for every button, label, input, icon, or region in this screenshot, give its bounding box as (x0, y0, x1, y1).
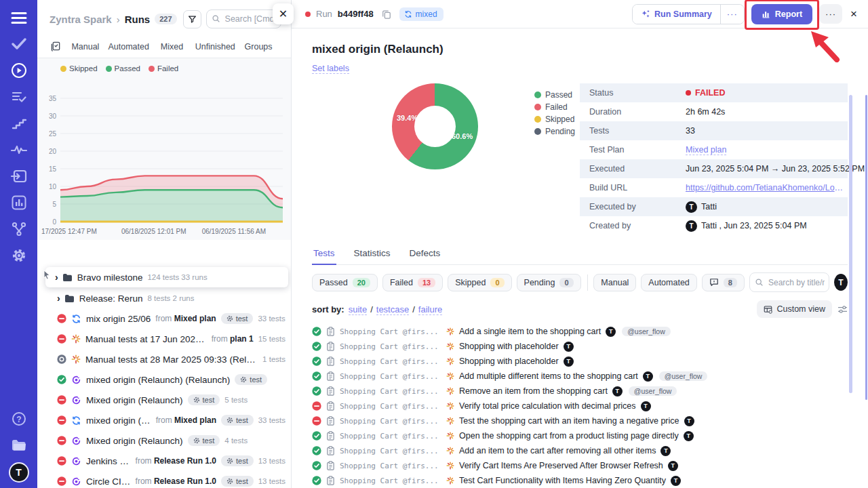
close-panel-button[interactable]: × (850, 7, 857, 21)
test-row[interactable]: Shopping Cart @firs...Test the shopping … (312, 413, 848, 428)
filter-pending-button[interactable]: Pending0 (517, 274, 581, 291)
legend-item-skipped[interactable]: Skipped (60, 64, 98, 73)
legend-item-failed[interactable]: Failed (149, 64, 178, 73)
close-drawer-button[interactable]: ✕ (273, 3, 294, 24)
test-row[interactable]: Shopping Cart @firs...Remove an item fro… (312, 384, 848, 399)
detail-row: Test PlanMixed plan (580, 140, 848, 159)
run-list-item[interactable]: Manual tests at 28 Mar 2025 09:33 (Relau… (37, 349, 291, 369)
view-settings-icon[interactable] (837, 305, 848, 314)
chevron-right-icon[interactable]: › (55, 272, 58, 283)
test-row[interactable]: Shopping Cart @firs...Add a single item … (312, 324, 848, 339)
settings-gear-icon[interactable] (11, 247, 27, 264)
tab-groups[interactable]: Groups (237, 42, 280, 52)
test-row[interactable]: Shopping Cart @firs...Add multiple diffe… (312, 369, 848, 384)
test-row[interactable]: Shopping Cart @firs...Verify total price… (312, 399, 848, 413)
filter-failed-count: 13 (418, 278, 435, 287)
legend-dot (534, 128, 541, 135)
help-icon[interactable]: ? (11, 411, 27, 427)
comments-filter-button[interactable]: 8 (702, 274, 745, 291)
run-list-item[interactable]: Mixed origin (Relaunch)test5 tests (37, 390, 291, 410)
filter-button[interactable] (183, 10, 201, 28)
filter-automated-button[interactable]: Automated (641, 274, 696, 291)
run-summary-more-button[interactable]: ··· (720, 5, 744, 24)
run-list-item[interactable]: mixed origin (Relaunch) (Relaunch)test (37, 369, 291, 390)
projects-folder-icon[interactable] (11, 437, 27, 453)
copy-run-id-button[interactable] (382, 9, 391, 19)
build-url-link[interactable]: https://github.com/TetianaKhomenko/Load-… (686, 183, 848, 192)
user-avatar: T (686, 201, 697, 213)
sort-by-testcase[interactable]: testcase (376, 304, 409, 315)
run-list-item[interactable]: ›Release: Rerun8 tests 2 runs (37, 288, 291, 308)
test-row[interactable]: Shopping Cart @firs...Add an item to the… (312, 443, 848, 458)
run-from: from plan 1 (212, 334, 254, 344)
assignee-avatar: T (612, 386, 623, 396)
donut-legend-failed[interactable]: Failed (534, 102, 575, 112)
tab-mixed[interactable]: Mixed (151, 42, 194, 52)
run-list-item[interactable]: mixed origin (Relaunch)from Mixed plante… (37, 410, 291, 430)
status-failed-icon (57, 334, 66, 344)
sort-by-suite[interactable]: suite (349, 304, 367, 315)
test-row[interactable]: Shopping Cart @firs...Test Cart Function… (312, 473, 848, 488)
tab-manual[interactable]: Manual (64, 42, 107, 52)
steps-icon[interactable] (11, 115, 27, 131)
donut-legend-passed[interactable]: Passed (534, 90, 575, 100)
breadcrumb-project[interactable]: Zyntra Spark (50, 14, 112, 25)
pulse-analytics-icon[interactable] (11, 142, 27, 158)
filter-manual-button[interactable]: Manual (593, 274, 636, 291)
test-row[interactable]: Shopping Cart @firs...Open the shopping … (312, 428, 848, 443)
tab-defects[interactable]: Defects (408, 243, 442, 264)
tab-statistics[interactable]: Statistics (353, 243, 392, 264)
run-list-item[interactable]: Jenkins runfrom Release Run 1.0test13 te… (37, 451, 291, 471)
sort-by-failure[interactable]: failure (418, 304, 442, 315)
breadcrumb-section[interactable]: Runs (125, 14, 151, 25)
custom-view-button[interactable]: Custom view (757, 300, 832, 318)
run-summary-button[interactable]: Run Summary (633, 5, 720, 24)
run-list-item[interactable]: Manual tests at 17 Jun 2025 10:09from pl… (37, 329, 291, 349)
tasks-check-icon[interactable] (11, 36, 27, 52)
run-list-item[interactable]: ›Bravo milestone124 tests 33 runs (45, 267, 288, 287)
tab-tests[interactable]: Tests (312, 243, 336, 265)
test-row[interactable]: Shopping Cart @firs...Shopping with plac… (312, 339, 848, 354)
status-passed-icon (312, 431, 321, 441)
tab-automated[interactable]: Automated (107, 42, 151, 52)
report-button[interactable]: Report (751, 4, 812, 24)
legend-item-passed[interactable]: Passed (106, 64, 140, 73)
detail-label: Executed (589, 164, 686, 174)
assignee-avatar[interactable]: T (834, 274, 848, 291)
svg-text:06/19/2025 11:56 AM: 06/19/2025 11:56 AM (202, 228, 266, 235)
test-tag: @user_flow (622, 327, 671, 336)
runs-play-icon[interactable] (11, 62, 27, 79)
panel-scrollbar[interactable] (865, 95, 867, 400)
run-list-item[interactable]: mix origin 25/06from Mixed plantest33 te… (37, 308, 291, 329)
set-labels-link[interactable]: Set labels (312, 64, 349, 74)
run-list-item[interactable]: Mixed origin (Relaunch)test4 tests (37, 430, 291, 451)
run-meta: 15 tests (258, 335, 285, 343)
donut-legend-skipped[interactable]: Skipped (534, 115, 575, 124)
test-row[interactable]: Shopping Cart @firs...Verify Cart Items … (312, 458, 848, 473)
test-list-icon[interactable] (11, 89, 27, 105)
status-passed-icon (312, 327, 321, 336)
filter-skipped-button[interactable]: Skipped0 (448, 274, 511, 291)
tab-unfinished[interactable]: Unfinished (193, 42, 237, 52)
more-actions-button[interactable]: ··· (819, 4, 842, 24)
run-list-item[interactable]: Circle CI runfrom Release Run 1.0test13 … (37, 471, 291, 488)
filter-passed-button[interactable]: Passed20 (312, 274, 378, 291)
test-row[interactable]: Shopping Cart @firs...Shopping with plac… (312, 354, 848, 369)
branches-icon[interactable] (11, 221, 27, 237)
import-icon[interactable] (11, 168, 27, 184)
test-title: Remove an item from the shopping cart (459, 386, 608, 396)
reports-chart-icon[interactable] (11, 195, 27, 211)
menu-icon[interactable] (11, 9, 27, 26)
test-plan-link[interactable]: Mixed plan (686, 145, 726, 155)
user-avatar[interactable]: T (10, 464, 28, 481)
donut-legend-pending[interactable]: Pending (534, 127, 575, 136)
mouse-cursor (43, 270, 52, 282)
run-name: Manual tests at 17 Jun 2025 10:09 (85, 334, 207, 344)
tests-scrollbar[interactable] (849, 95, 852, 393)
filter-failed-button[interactable]: Failed13 (382, 274, 443, 291)
gear-icon (240, 376, 247, 383)
chevron-right-icon[interactable]: › (57, 293, 60, 304)
select-runs-icon[interactable] (51, 41, 61, 52)
test-title: Verify Cart Items Are Preserved After Br… (459, 461, 663, 470)
auto-run-icon (71, 456, 81, 466)
